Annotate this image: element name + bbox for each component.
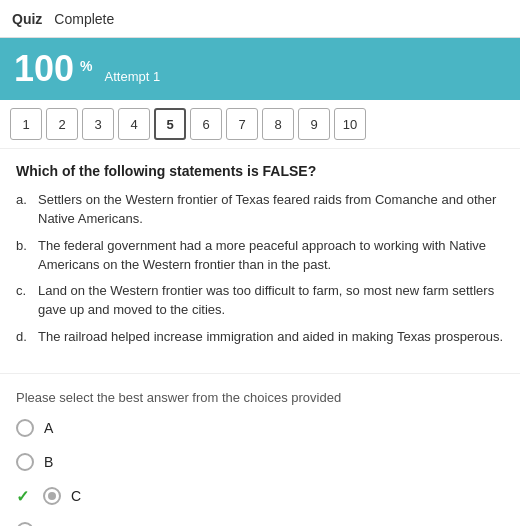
quiz-label: Quiz [12,11,42,27]
app-header: Quiz Complete [0,0,520,38]
nav-button-1[interactable]: 1 [10,108,42,140]
answers-list: a.Settlers on the Western frontier of Te… [16,191,504,347]
nav-button-4[interactable]: 4 [118,108,150,140]
answer-text: Settlers on the Western frontier of Texa… [38,191,504,229]
choice-label-a: A [44,420,53,436]
nav-button-9[interactable]: 9 [298,108,330,140]
choice-row-c[interactable]: ✓C [16,487,504,506]
choice-label-c: C [71,488,81,504]
checkmark-icon: ✓ [16,487,29,506]
choice-row-b[interactable]: B [16,453,504,471]
nav-button-5[interactable]: 5 [154,108,186,140]
nav-button-2[interactable]: 2 [46,108,78,140]
score-attempt: Attempt 1 [105,69,161,84]
answer-item-a: a.Settlers on the Western frontier of Te… [16,191,504,229]
score-percent: % [80,58,92,74]
divider [0,373,520,374]
answer-letter: b. [16,237,38,275]
nav-button-7[interactable]: 7 [226,108,258,140]
radio-button-c[interactable] [43,487,61,505]
answer-text: Land on the Western frontier was too dif… [38,282,504,320]
answer-item-b: b.The federal government had a more peac… [16,237,504,275]
answer-letter: a. [16,191,38,229]
answer-letter: d. [16,328,38,347]
status-label: Complete [54,11,114,27]
answer-letter: c. [16,282,38,320]
question-area: Which of the following statements is FAL… [0,149,520,365]
choice-row-a[interactable]: A [16,419,504,437]
question-text: Which of the following statements is FAL… [16,163,504,179]
nav-button-6[interactable]: 6 [190,108,222,140]
choices-list: AB✓CD [0,419,520,526]
choice-label-b: B [44,454,53,470]
choice-row-d[interactable]: D [16,522,504,526]
nav-button-10[interactable]: 10 [334,108,366,140]
radio-button-b[interactable] [16,453,34,471]
nav-button-8[interactable]: 8 [262,108,294,140]
nav-button-3[interactable]: 3 [82,108,114,140]
radio-button-a[interactable] [16,419,34,437]
score-value: 100 [14,48,74,90]
score-bar: 100% Attempt 1 [0,38,520,100]
question-nav: 12345678910 [0,100,520,149]
answer-text: The federal government had a more peacef… [38,237,504,275]
answer-text: The railroad helped increase immigration… [38,328,504,347]
selection-prompt: Please select the best answer from the c… [0,382,520,419]
radio-button-d[interactable] [16,522,34,526]
answer-item-c: c.Land on the Western frontier was too d… [16,282,504,320]
answer-item-d: d.The railroad helped increase immigrati… [16,328,504,347]
